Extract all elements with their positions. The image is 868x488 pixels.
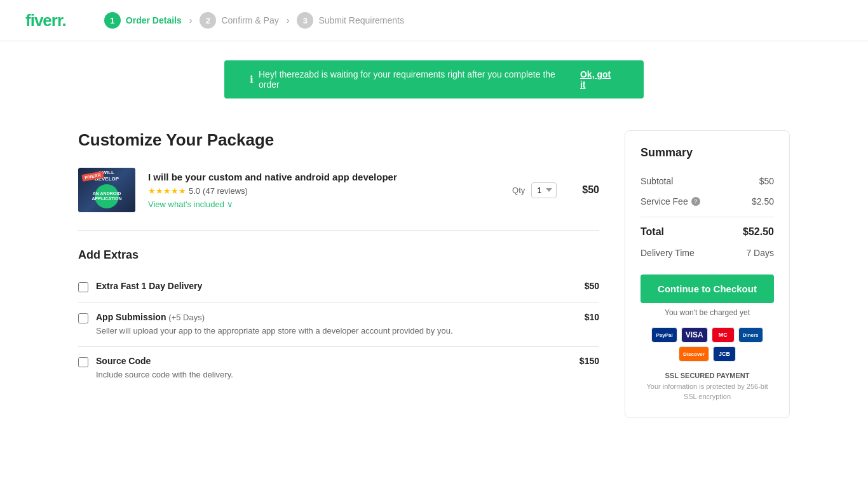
step-2-label: Confirm & Pay (221, 15, 278, 25)
extras-title: Add Extras (78, 248, 599, 262)
extra-name-0: Extra Fast 1 Day Delivery (96, 281, 577, 291)
no-charge-text: You won't be charged yet (641, 308, 774, 317)
alert-message: Hey! therezabd is waiting for your requi… (259, 69, 575, 90)
logo-dot: . (62, 11, 66, 30)
extra-details-1: App Submission (+5 Days) Seller will upl… (96, 312, 577, 337)
summary-subtotal-row: Subtotal $50 (641, 171, 774, 191)
service-fee-info-icon[interactable]: ? (691, 197, 700, 206)
summary-title: Summary (641, 146, 774, 159)
product-row: FIVERR I WILLDEVELOP AN ANDROIDAPPLICATI… (78, 168, 599, 231)
alert-wrapper: ℹ Hey! therezabd is waiting for your req… (0, 41, 868, 111)
arrow-1: › (189, 15, 193, 25)
extra-name-2: Source Code (96, 356, 572, 366)
step-3-label: Submit Requirements (318, 15, 404, 25)
product-price: $50 (582, 184, 599, 196)
delivery-value: 7 Days (746, 248, 774, 258)
delivery-label: Delivery Time (641, 248, 695, 258)
extra-item-1: App Submission (+5 Days) Seller will upl… (78, 303, 599, 347)
qty-label: Qty (512, 186, 525, 195)
step-1-label: Order Details (126, 15, 182, 25)
ssl-title: SSL SECURED PAYMENT (641, 370, 774, 381)
extra-details-2: Source Code Include source code with the… (96, 356, 572, 381)
product-stars: ★★★★★ (148, 186, 186, 196)
product-info: I will be your custom and native android… (148, 172, 499, 209)
visa-icon: VISA (681, 327, 708, 342)
extra-checkbox-1[interactable] (78, 313, 88, 323)
extra-checkbox-0[interactable] (78, 282, 88, 292)
step-1: 1 Order Details (104, 12, 182, 29)
extra-details-0: Extra Fast 1 Day Delivery (96, 281, 577, 294)
step-3: 3 Submit Requirements (297, 12, 404, 29)
step-1-circle: 1 (104, 12, 121, 29)
extra-price-0: $50 (585, 281, 599, 291)
content-area: Customize Your Package FIVERR I WILLDEVE… (78, 130, 599, 418)
payment-icons: PayPal VISA MC Diners Discover JCB (641, 327, 774, 362)
summary-box: Summary Subtotal $50 Service Fee ? $2.50… (625, 130, 790, 418)
product-thumbnail: FIVERR I WILLDEVELOP AN ANDROIDAPPLICATI… (78, 168, 135, 212)
extra-checkbox-2[interactable] (78, 357, 88, 367)
ssl-info: SSL SECURED PAYMENT Your information is … (641, 370, 774, 402)
product-qty-section: Qty 1 2 3 (512, 182, 557, 198)
qty-select[interactable]: 1 2 3 (531, 182, 557, 198)
summary-total-row: Total $52.50 (641, 217, 774, 243)
arrow-2: › (287, 15, 290, 25)
page-title: Customize Your Package (78, 130, 599, 150)
step-3-circle: 3 (297, 12, 313, 29)
mastercard-icon: MC (712, 327, 735, 342)
step-2: 2 Confirm & Pay (200, 12, 278, 29)
service-fee-value: $2.50 (752, 196, 774, 207)
extra-badge-1: (+5 Days) (168, 313, 205, 322)
extra-price-2: $150 (580, 356, 599, 366)
subtotal-label: Subtotal (641, 176, 673, 186)
product-title: I will be your custom and native android… (148, 172, 499, 182)
extra-name-1: App Submission (+5 Days) (96, 312, 577, 322)
subtotal-value: $50 (759, 176, 774, 186)
discover-icon: Discover (679, 346, 709, 362)
diners-icon: Diners (738, 327, 763, 342)
product-rating: 5.0 (189, 186, 200, 196)
total-value: $52.50 (743, 226, 774, 238)
extra-desc-1: Seller will upload your app to the appro… (96, 325, 577, 337)
summary-service-fee-row: Service Fee ? $2.50 (641, 191, 774, 212)
alert-ok-link[interactable]: Ok, got it (580, 69, 618, 90)
info-icon: ℹ (250, 74, 254, 85)
breadcrumb: 1 Order Details › 2 Confirm & Pay › 3 Su… (104, 12, 404, 29)
service-fee-label: Service Fee ? (641, 196, 700, 207)
fiverr-logo[interactable]: fiverr. (25, 11, 66, 30)
logo-text: fiverr (25, 11, 62, 30)
summary-delivery-row: Delivery Time 7 Days (641, 243, 774, 263)
extra-item-2: Source Code Include source code with the… (78, 347, 599, 390)
extra-desc-2: Include source code with the delivery. (96, 369, 572, 381)
jcb-icon: JCB (713, 346, 736, 362)
paypal-icon: PayPal (651, 327, 677, 342)
extra-item-0: Extra Fast 1 Day Delivery $50 (78, 272, 599, 303)
checkout-button[interactable]: Continue to Checkout (641, 274, 774, 303)
sidebar: Summary Subtotal $50 Service Fee ? $2.50… (625, 130, 790, 418)
product-reviews: (47 reviews) (203, 186, 248, 196)
alert-banner: ℹ Hey! therezabd is waiting for your req… (224, 60, 644, 98)
view-included-link[interactable]: View what's included ∨ (148, 200, 233, 209)
total-label: Total (641, 226, 664, 238)
ssl-description: Your information is protected by 256-bit… (641, 381, 774, 402)
step-2-circle: 2 (200, 12, 216, 29)
main-content: Customize Your Package FIVERR I WILLDEVE… (53, 111, 815, 437)
header: fiverr. 1 Order Details › 2 Confirm & Pa… (0, 0, 868, 41)
extra-price-1: $10 (585, 312, 599, 322)
